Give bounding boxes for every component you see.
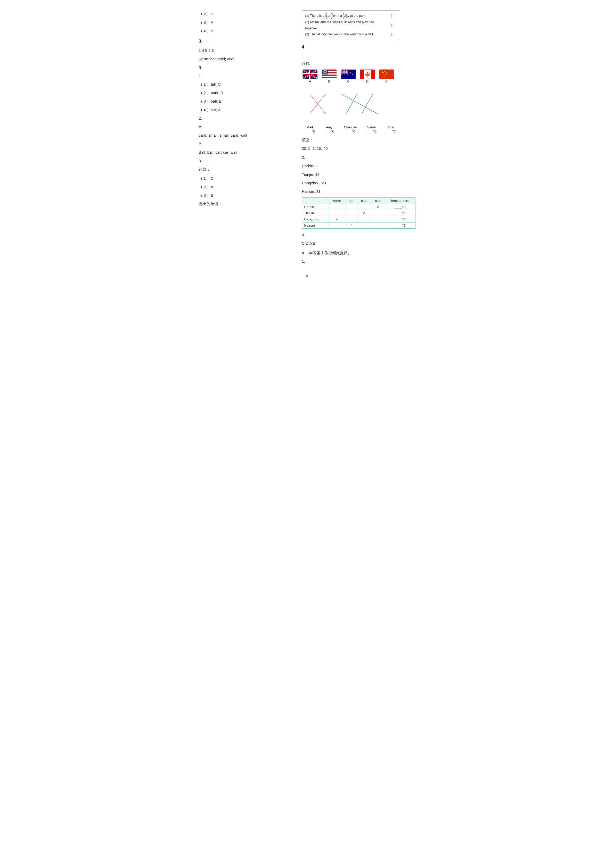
- th-temperature: temperature: [385, 198, 415, 204]
- td-hangzhou-cool: [357, 216, 371, 222]
- td-tianjin-cold: [371, 210, 385, 216]
- th-warm: warm: [328, 198, 345, 204]
- svg-line-55: [346, 94, 357, 114]
- word-b: Ball; ball; car; car; wall: [199, 149, 291, 156]
- city-harbin-val: 3: [315, 164, 318, 168]
- td-tianjin-cool: ✓: [357, 210, 371, 216]
- flag-item-e: ★ ★ ★ ★ ★ E: [378, 69, 395, 83]
- svg-point-27: [323, 73, 324, 74]
- svg-point-20: [323, 71, 324, 72]
- svg-point-22: [326, 71, 326, 72]
- td-harbin-temp: ____℃: [385, 204, 415, 210]
- city-tianjin: Tianjin: 16: [302, 171, 416, 178]
- svg-rect-8: [303, 74, 318, 75]
- sentence-1-paren: （ ）: [389, 13, 396, 19]
- td-hainan-city: Hainan: [302, 222, 328, 229]
- flag-uk: [302, 69, 318, 79]
- sub2-right: 2.: [302, 154, 416, 161]
- td-harbin-cool: [357, 204, 371, 210]
- connect-lines-svg: [302, 83, 405, 124]
- flag-a-label: A: [309, 80, 311, 83]
- th-cool: cool: [357, 198, 371, 204]
- flag-item-b: B: [321, 69, 338, 83]
- lianxian-left: 连线：: [199, 166, 291, 173]
- bold5-container: 5 （本答案由作业精灵提供）: [302, 249, 416, 256]
- item-4b: （ 4 ）B: [199, 27, 291, 34]
- flag-e-label: E: [385, 80, 387, 83]
- section3-label: 3.: [199, 37, 291, 45]
- name-chenjie-blank: ____℃: [345, 130, 356, 133]
- sentence-row-1: (1) There is a corner in a city at the p…: [305, 12, 397, 19]
- lianxian-right: 连线: [302, 60, 416, 67]
- td-hainan-warm: [328, 222, 345, 229]
- circle-city: ci: [343, 12, 347, 19]
- td-harbin-warm: [328, 204, 345, 210]
- sentence-row-2: (2) Mr Tall and Ms Small built walls and…: [305, 19, 397, 32]
- svg-line-54: [341, 94, 378, 114]
- th-empty: [302, 198, 328, 204]
- svg-text:★: ★: [384, 75, 386, 77]
- flag-d-label: D: [366, 80, 369, 83]
- table-row-hangzhou: Hangzhou ✓ ____℃: [302, 216, 415, 222]
- flags-row: A: [302, 69, 416, 83]
- svg-point-18: [325, 70, 326, 71]
- sentence-box: (1) There is a corner in a city at the p…: [302, 10, 400, 40]
- bold5: 5: [302, 251, 304, 255]
- svg-point-26: [326, 73, 327, 73]
- cdab: C D A B: [302, 240, 416, 247]
- svg-text:✦: ✦: [352, 73, 354, 75]
- subB: B.: [199, 140, 291, 147]
- flag-c-label: C: [347, 80, 349, 83]
- names-row: Mark ____℃ Amy ____℃ Chen Jie ____℃ Sara…: [302, 126, 416, 133]
- svg-line-56: [362, 94, 373, 114]
- svg-rect-12: [322, 74, 336, 75]
- td-hainan-temp: ____℃: [385, 222, 415, 229]
- td-tianjin-warm: [328, 210, 345, 216]
- sub3-left: 3.: [199, 157, 291, 164]
- svg-point-16: [323, 70, 323, 71]
- circle-corner: corn: [325, 12, 333, 19]
- name-chenjie: Chen Jie ____℃: [340, 126, 361, 133]
- tiankong-values: 20; 5; 2; 15; 40: [302, 145, 416, 152]
- svg-rect-44: [371, 70, 375, 79]
- svg-rect-13: [322, 76, 336, 77]
- name-chenjie-label: Chen Jie: [344, 126, 357, 129]
- flag-ca: 🍁: [360, 69, 375, 79]
- sentence-row-3: (3) The tall boy can walk in the water w…: [305, 31, 397, 38]
- flag-au: ✦ ✦ ✦: [341, 69, 356, 79]
- city-tianjin-name: Tianjin: [302, 172, 313, 177]
- sentence-1-text: (1) There is a corner in a city at the p…: [305, 12, 386, 19]
- svg-text:★: ★: [386, 72, 387, 73]
- name-john-blank: ____℃: [386, 130, 396, 133]
- td-tianjin-city: Tianjin: [302, 210, 328, 216]
- subA: A.: [199, 123, 291, 130]
- item-car-a: （ 4 ）car; A: [199, 106, 291, 113]
- city-hainan-name: Hainan: [302, 189, 314, 194]
- city-hangzhou-val: 23: [322, 181, 326, 185]
- tiankong-label: 填空：: [302, 136, 416, 143]
- td-tianjin-hot: [345, 210, 357, 216]
- bold3: 3: [199, 65, 291, 71]
- flag-b-label: B: [328, 80, 330, 83]
- svg-point-24: [324, 73, 324, 73]
- td-harbin-city: Harbin: [302, 204, 328, 210]
- svg-point-29: [326, 73, 326, 74]
- item-tall-c: （ 1 ）tall; C: [199, 81, 291, 88]
- table-row-hainan: Hainan ✓ ____℃: [302, 222, 415, 229]
- name-mark: Mark ____℃: [302, 126, 318, 133]
- name-sarah: Sarah ____℃: [363, 126, 380, 133]
- th-hot: hot: [345, 198, 357, 204]
- svg-point-21: [325, 71, 325, 72]
- item-3a: （ 3 ）A: [199, 19, 291, 26]
- underline-the: the: [354, 14, 358, 17]
- td-harbin-cold: ✓: [371, 204, 385, 210]
- table-row-tianjin: Tianjin ✓ ____℃: [302, 210, 415, 216]
- sub3-right: 3.: [302, 231, 416, 238]
- svg-point-17: [324, 70, 324, 71]
- sub2-left: 2.: [199, 115, 291, 122]
- td-hangzhou-warm: ✓: [328, 216, 345, 222]
- td-hangzhou-cold: [371, 216, 385, 222]
- svg-rect-38: [341, 72, 348, 73]
- city-hangzhou-name: Hangzhou: [302, 181, 319, 185]
- name-sarah-blank: ____℃: [366, 130, 377, 133]
